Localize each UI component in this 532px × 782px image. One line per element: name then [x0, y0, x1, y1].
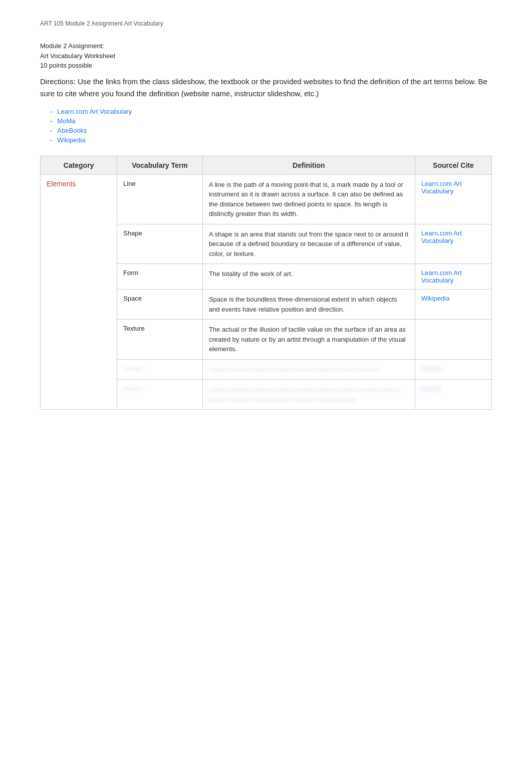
term-cell: ——— [117, 359, 203, 380]
definition-cell: The actual or the illusion of tactile va… [202, 320, 415, 360]
definition-cell: A shape is an area that stands out from … [202, 224, 415, 264]
doc-title: ART 105 Module 2 Assignment Art Vocabula… [40, 20, 492, 27]
source-link[interactable]: ——— [421, 385, 441, 392]
header-line3: 10 points possible [40, 61, 492, 71]
source-link[interactable]: Learn.com Art Vocabulary [421, 180, 462, 195]
source-cell [415, 320, 491, 360]
header-definition: Definition [202, 156, 415, 174]
moma-link[interactable]: MoMa [57, 117, 75, 125]
term-cell: Texture [117, 320, 203, 360]
definition-cell: ——— ——— ——— ——— ——— ——— ——— ——— [202, 359, 415, 380]
source-link[interactable]: Learn.com Art Vocabulary [421, 269, 462, 284]
list-item: Learn.com Art Vocabulary [50, 108, 492, 115]
wikipedia-link[interactable]: Wikipedia [57, 136, 85, 144]
vocab-table: Category Vocabulary Term Definition Sour… [40, 156, 492, 410]
term-cell: Shape [117, 224, 203, 264]
learn-com-link[interactable]: Learn.com Art Vocabulary [57, 108, 132, 115]
table-header-row: Category Vocabulary Term Definition Sour… [41, 156, 492, 174]
header-term: Vocabulary Term [117, 156, 203, 174]
abebooks-link[interactable]: AbeBooks [57, 127, 87, 134]
category-cell: Elements [41, 174, 117, 410]
term-cell: Line [117, 174, 203, 224]
source-link[interactable]: ——— [421, 365, 441, 372]
header-block: Module 2 Assignment: Art Vocabulary Work… [40, 41, 492, 71]
list-item: AbeBooks [50, 127, 492, 134]
list-item: Wikipedia [50, 136, 492, 144]
definition-cell: A line is the path of a moving point-tha… [202, 174, 415, 224]
source-cell[interactable]: Wikipedia [415, 290, 491, 320]
definition-cell: The totality of the work of art. [202, 264, 415, 290]
term-cell: Form [117, 264, 203, 290]
term-cell: ——— [117, 380, 203, 410]
header-line1: Module 2 Assignment: [40, 41, 492, 51]
source-cell[interactable]: Learn.com Art Vocabulary [415, 174, 491, 224]
source-link[interactable]: Wikipedia [421, 295, 449, 302]
source-link[interactable]: Learn.com Art Vocabulary [421, 229, 462, 244]
header-source: Source/ Cite [415, 156, 491, 174]
header-category: Category [41, 156, 117, 174]
page: ART 105 Module 2 Assignment Art Vocabula… [0, 0, 532, 782]
header-line2: Art Vocabulary Worksheet [40, 51, 492, 61]
list-item: MoMa [50, 117, 492, 125]
source-cell[interactable]: Learn.com Art Vocabulary [415, 264, 491, 290]
definition-cell: Space is the boundless three-dimensional… [202, 290, 415, 320]
source-cell[interactable]: Learn.com Art Vocabulary [415, 224, 491, 264]
source-cell[interactable]: ——— [415, 359, 491, 380]
source-cell[interactable]: ——— [415, 380, 491, 410]
table-row: ElementsLineA line is the path of a movi… [41, 174, 492, 224]
directions-text: Directions: Use the links from the class… [40, 76, 492, 100]
definition-cell: ——— ——— ——— ——— ——— ——— ——— ——— ——— ——— … [202, 380, 415, 410]
term-cell: Space [117, 290, 203, 320]
resource-links: Learn.com Art Vocabulary MoMa AbeBooks W… [40, 108, 492, 144]
